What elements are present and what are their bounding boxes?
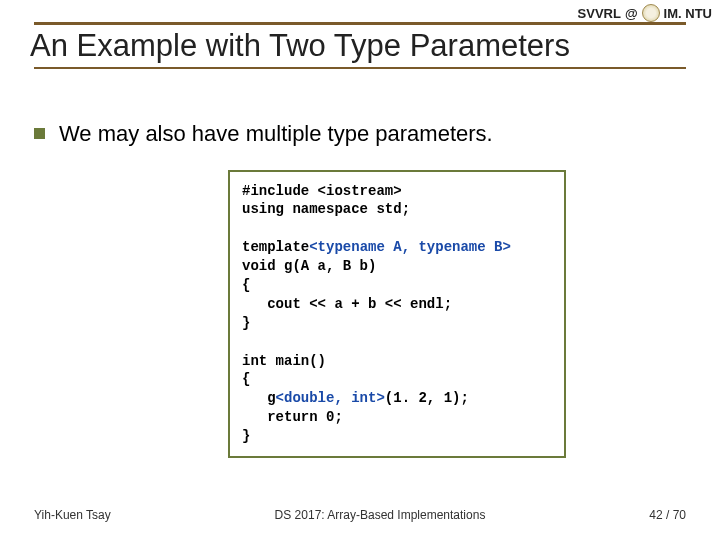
ntu-seal-icon [642, 4, 660, 22]
slide-body: We may also have multiple type parameter… [34, 120, 686, 458]
bullet-text: We may also have multiple type parameter… [59, 120, 493, 148]
code-line: cout << a + b << endl; [242, 296, 452, 312]
code-line: } [242, 428, 250, 444]
at-sign: @ [625, 6, 638, 21]
header-right: SVVRL @ IM. NTU [578, 4, 712, 22]
code-line: int main() [242, 353, 326, 369]
code-template-params: <typename A, typename B> [309, 239, 511, 255]
code-kw: template [242, 239, 309, 255]
footer-course: DS 2017: Array-Based Implementations [275, 508, 486, 522]
code-line: using namespace std; [242, 201, 410, 217]
header-svvrl: SVVRL [578, 6, 621, 21]
code-line: { [242, 371, 250, 387]
code-line: { [242, 277, 250, 293]
title-rule-bottom [34, 67, 686, 69]
bullet-item: We may also have multiple type parameter… [34, 120, 686, 148]
code-line: g [242, 390, 276, 406]
header-imntu: IM. NTU [664, 6, 712, 21]
slide-title: An Example with Two Type Parameters [30, 29, 686, 63]
code-line: void g(A a, B b) [242, 258, 376, 274]
footer: Yih-Kuen Tsay DS 2017: Array-Based Imple… [34, 508, 686, 522]
code-line: } [242, 315, 250, 331]
square-bullet-icon [34, 128, 45, 139]
footer-author: Yih-Kuen Tsay [34, 508, 111, 522]
title-block: An Example with Two Type Parameters [34, 22, 686, 69]
code-line: (1. 2, 1); [385, 390, 469, 406]
footer-page: 42 / 70 [649, 508, 686, 522]
title-rule-top [34, 22, 686, 25]
code-line: return 0; [242, 409, 343, 425]
code-line: #include <iostream> [242, 183, 402, 199]
code-block: #include <iostream> using namespace std;… [228, 170, 566, 458]
code-template-args: <double, int> [276, 390, 385, 406]
